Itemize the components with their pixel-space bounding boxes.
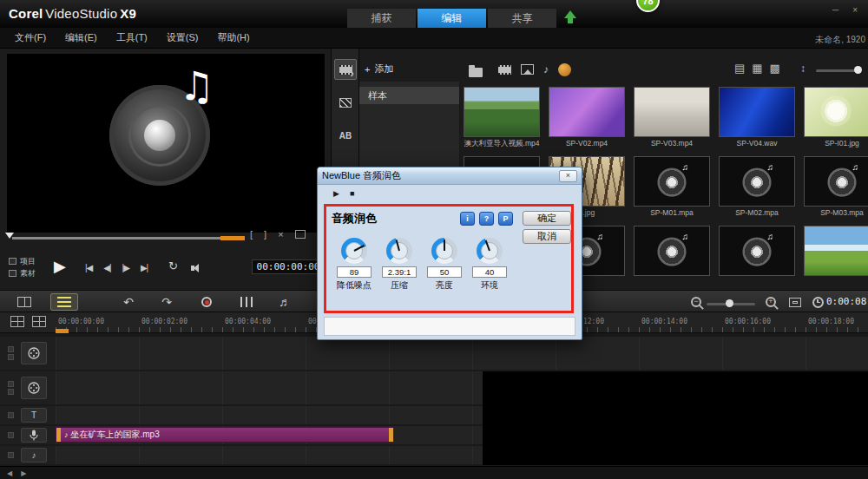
library-thumbnail[interactable]: SP-M03.mpa — [804, 156, 868, 226]
noise-reduction-value[interactable]: 89 — [337, 266, 372, 278]
title-track-button[interactable]: T — [21, 408, 47, 423]
upload-arrow-icon[interactable] — [564, 10, 576, 24]
go-start-button[interactable]: |◀ — [85, 263, 92, 272]
mark-out-button[interactable]: ] — [264, 229, 266, 240]
thumbnail-size-handle[interactable] — [854, 66, 862, 74]
library-thumbnail[interactable]: SP-I01.jpg — [804, 87, 868, 156]
sound-mixer-button[interactable] — [233, 293, 260, 311]
track-toggle-icon[interactable] — [8, 354, 14, 360]
library-thumbnail[interactable]: SP-V03.mp4 — [634, 87, 710, 156]
track-layout-button[interactable] — [10, 316, 24, 327]
music-track-button[interactable]: ♪ — [21, 448, 47, 463]
menu-edit[interactable]: 编辑(E) — [56, 31, 107, 44]
library-thumbnail[interactable] — [719, 226, 795, 290]
timeline-view-button[interactable] — [50, 293, 78, 311]
mark-in-button[interactable]: [ — [250, 229, 253, 240]
zoom-slider-handle[interactable] — [726, 299, 733, 307]
enlarge-preview-icon[interactable] — [295, 230, 306, 239]
track-toggle-icon[interactable] — [8, 346, 14, 352]
filter-video-icon[interactable] — [498, 65, 511, 75]
track-toggle-icon[interactable] — [8, 452, 14, 458]
title-tab[interactable]: AB — [334, 125, 357, 146]
tab-capture[interactable]: 捕获 — [347, 9, 416, 28]
scrubber-track[interactable] — [12, 237, 220, 240]
list-view-button[interactable]: ▤ — [734, 62, 745, 75]
track-toggle-icon[interactable] — [8, 412, 14, 418]
dialog-close-button[interactable]: × — [559, 170, 577, 182]
library-thumbnail[interactable]: SP-M02.mpa — [719, 156, 795, 226]
menu-settings[interactable]: 设置(S) — [157, 31, 208, 44]
instant-project-icon[interactable] — [558, 63, 571, 76]
track-toggle-icon[interactable] — [8, 381, 14, 387]
dialog-stop-button[interactable]: ■ — [350, 189, 354, 198]
add-folder-button[interactable]: + 添加 — [365, 62, 393, 75]
close-button[interactable]: × — [852, 5, 858, 15]
voice-track-button[interactable] — [21, 428, 47, 443]
menu-tools[interactable]: 工具(T) — [107, 31, 157, 44]
grid-view-button[interactable]: ▦ — [752, 62, 762, 75]
ambience-value[interactable]: 40 — [472, 266, 507, 278]
next-frame-button[interactable]: |▶ — [122, 263, 129, 272]
auto-music-button[interactable]: ♬ — [271, 293, 299, 311]
noise-reduction-knob[interactable] — [341, 238, 367, 264]
media-library-tab[interactable]: ♪ — [334, 59, 357, 80]
preview-timecode[interactable]: 00:00:00:00 — [252, 259, 325, 274]
track-toggle-icon[interactable] — [8, 432, 14, 438]
menu-help[interactable]: 帮助(H) — [207, 31, 259, 44]
record-capture-button[interactable] — [193, 293, 220, 311]
volume-icon[interactable] — [191, 263, 205, 273]
prev-frame-button[interactable]: ◀| — [103, 263, 110, 272]
track-layout-button-2[interactable] — [32, 316, 46, 327]
brightness-knob[interactable] — [431, 238, 457, 264]
scroll-left-button[interactable]: ◀ — [7, 469, 12, 477]
thumbnail-size-slider[interactable] — [816, 69, 856, 72]
undo-button[interactable]: ↶ — [115, 293, 142, 311]
overlay-track-button[interactable] — [21, 377, 47, 399]
sort-button[interactable]: ↕ — [800, 62, 806, 75]
playback-mode: 项目 素材 — [9, 255, 36, 279]
info-button[interactable]: i — [460, 212, 475, 226]
dialog-play-button[interactable]: ▶ — [333, 189, 339, 198]
transition-tab[interactable] — [334, 92, 357, 113]
compression-value[interactable]: 2.39:1 — [382, 266, 417, 278]
preset-button[interactable]: P — [498, 212, 513, 226]
library-thumbnail[interactable]: SP-M01.mpa — [634, 156, 710, 226]
split-clip-button[interactable]: × — [278, 229, 283, 240]
cancel-button[interactable]: 取消 — [523, 229, 571, 244]
tab-edit[interactable]: 编辑 — [418, 9, 486, 28]
play-button[interactable]: ▶ — [54, 257, 66, 276]
mode-clip[interactable]: 素材 — [9, 267, 36, 279]
browse-folder-button[interactable] — [469, 65, 483, 81]
audio-clip[interactable]: ♪ 坐在矿车上的国家.mp3 — [56, 427, 394, 443]
detail-view-button[interactable]: ▩ — [770, 62, 780, 75]
filter-photo-icon[interactable] — [521, 64, 534, 75]
brightness-value[interactable]: 50 — [427, 266, 462, 278]
compression-knob[interactable] — [386, 238, 412, 264]
mode-project[interactable]: 项目 — [9, 255, 36, 267]
scrubber-range[interactable] — [220, 236, 245, 240]
folder-item-sample[interactable]: 样本 — [359, 87, 459, 104]
video-track-button[interactable] — [21, 342, 47, 364]
track-toggle-icon[interactable] — [8, 389, 14, 395]
storyboard-view-button[interactable] — [10, 293, 38, 311]
library-thumbnail[interactable]: SP-V02.mp4 — [549, 87, 625, 156]
go-end-button[interactable]: ▶| — [141, 263, 148, 272]
minimize-button[interactable]: ─ — [832, 5, 838, 15]
playhead-grip[interactable] — [56, 329, 69, 333]
menu-file[interactable]: 文件(F) — [5, 31, 56, 44]
repeat-button[interactable]: ↻ — [168, 259, 178, 272]
tab-share[interactable]: 共享 — [488, 9, 556, 28]
redo-button[interactable]: ↷ — [153, 293, 181, 311]
library-thumbnail[interactable] — [634, 226, 710, 290]
library-thumbnail[interactable] — [804, 226, 868, 290]
dialog-titlebar[interactable]: NewBlue 音频润色 × — [318, 167, 582, 185]
ambience-knob[interactable] — [477, 238, 503, 264]
library-thumbnail[interactable]: 澳大利亚导入视频.mp4 — [464, 87, 540, 156]
scroll-right-button[interactable]: ▶ — [21, 469, 26, 477]
filter-audio-icon[interactable]: ♪ — [543, 63, 549, 75]
zoom-out-button[interactable]: − — [682, 293, 710, 311]
ok-button[interactable]: 确定 — [523, 211, 571, 226]
library-thumbnail[interactable]: SP-V04.wav — [719, 87, 795, 156]
video-track-body[interactable] — [56, 337, 868, 370]
help-button[interactable]: ? — [479, 212, 494, 226]
